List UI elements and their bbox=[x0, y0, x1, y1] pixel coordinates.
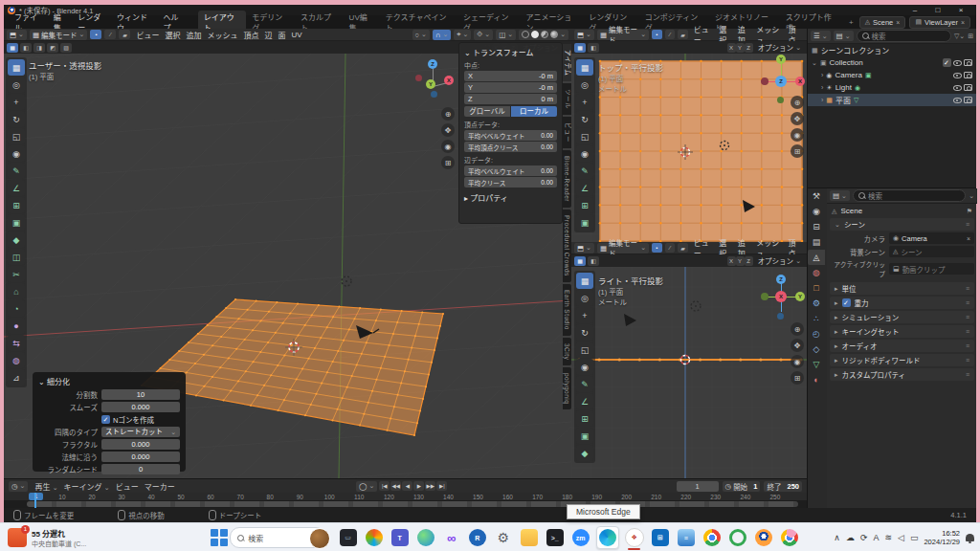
tray-chevron-up-icon[interactable]: ∧ bbox=[834, 533, 840, 542]
editor-type-button-right[interactable]: ⬒⌄ bbox=[574, 243, 594, 253]
vertex-select-toggle[interactable]: • bbox=[90, 30, 101, 39]
tool-poly-build[interactable]: ⌂ bbox=[8, 283, 25, 299]
tool-variant-3[interactable]: ◩ bbox=[47, 43, 58, 53]
mirror-Y-toggle[interactable]: Y bbox=[736, 43, 745, 53]
outliner-display-mode[interactable]: ▤⌄ bbox=[834, 31, 854, 41]
taskbar-widget[interactable]: 55 分遅れ中央自動車道 (C... bbox=[0, 528, 94, 548]
vertex-select-toggle-right[interactable]: • bbox=[652, 243, 662, 253]
gizmo-neg-x-axis[interactable] bbox=[415, 75, 422, 81]
properties-editor-button[interactable]: ▤⌄ bbox=[830, 190, 850, 201]
taskbar-icon-chrome-2[interactable] bbox=[779, 527, 800, 548]
viewport-menu-追加[interactable]: 追加 bbox=[183, 30, 204, 40]
median-X-field[interactable]: X-0 m bbox=[464, 71, 557, 81]
tool-rip-region[interactable]: ⊿ bbox=[8, 369, 25, 386]
camera-view-icon[interactable]: ◉ bbox=[441, 140, 455, 153]
active-tool-tweak[interactable]: ▦ bbox=[7, 43, 18, 53]
playback-play-button[interactable]: ▶ bbox=[413, 481, 424, 491]
tool-extrude[interactable]: ⊞ bbox=[576, 410, 593, 427]
panel-カスタムプロパティ[interactable]: ▸カスタムプロパティ≡ bbox=[830, 368, 974, 381]
gizmo-x-axis[interactable]: X bbox=[444, 76, 454, 85]
median-Y-field[interactable]: Y-0 m bbox=[464, 82, 557, 93]
mirror-X-toggle[interactable]: X bbox=[727, 256, 736, 266]
active-clip-field[interactable]: ⬓動画クリップ bbox=[889, 263, 974, 275]
tool-scale[interactable]: ◱ bbox=[8, 128, 25, 144]
viewport-menu-メッシュ[interactable]: メッシュ bbox=[204, 30, 240, 40]
gizmo-right-z[interactable]: Z bbox=[776, 275, 786, 284]
hide-eye-icon[interactable] bbox=[953, 60, 962, 66]
pan-hand-icon[interactable]: ✥ bbox=[441, 123, 455, 137]
zoom-icon[interactable]: ⊕ bbox=[441, 107, 455, 121]
taskbar-icon-notepad[interactable]: ≡ bbox=[676, 527, 697, 548]
timeline-editor-button[interactable]: ◷⌄ bbox=[9, 481, 28, 492]
collection-checkbox[interactable]: ✓ bbox=[943, 58, 951, 67]
operator-panel-title[interactable]: ⌄ 細分化 bbox=[38, 376, 180, 386]
sidebar-tab-Earth Studio[interactable]: Earth Studio bbox=[563, 284, 571, 336]
outliner-search-input[interactable]: 検索 bbox=[857, 30, 951, 42]
mirror-Z-toggle[interactable]: Z bbox=[745, 256, 753, 266]
end-frame-field[interactable]: 終了 250 bbox=[764, 481, 802, 492]
taskbar-icon-blender[interactable] bbox=[753, 527, 774, 548]
operator-field-フラクタル[interactable]: 0.000 bbox=[101, 439, 180, 450]
properties-tab-world[interactable]: ◍ bbox=[808, 265, 825, 280]
viewport-menu-選択[interactable]: 選択 bbox=[162, 30, 183, 40]
outliner-row-Camera[interactable]: ›◉Camera▣ bbox=[808, 69, 976, 81]
timeline-scrollbar[interactable] bbox=[4, 500, 807, 508]
zoom-icon-top[interactable]: ⊕ bbox=[791, 96, 804, 109]
tool-measure[interactable]: ∠ bbox=[576, 393, 593, 409]
face-select-toggle[interactable]: ▰ bbox=[119, 30, 130, 39]
tool-transform[interactable]: ◉ bbox=[8, 145, 25, 162]
wireframe-shading-icon[interactable] bbox=[522, 31, 529, 38]
properties-tab-material[interactable]: ◐ bbox=[808, 372, 825, 387]
vertex-data-field[interactable]: 平均ベベルウェイト0.00 bbox=[464, 130, 557, 141]
gizmo-y-axis[interactable]: Y bbox=[426, 79, 435, 89]
tool-annotate[interactable]: ✎ bbox=[576, 376, 593, 392]
taskbar-icon-r-app[interactable]: R bbox=[467, 527, 488, 548]
panel-重力[interactable]: ▸✓重力≡ bbox=[830, 297, 974, 309]
sidebar-tab-3City[interactable]: 3City bbox=[563, 338, 571, 365]
gizmo-right-neg-z[interactable] bbox=[777, 313, 784, 320]
properties-search-input[interactable]: 検索 bbox=[853, 189, 966, 202]
scene-panel-header[interactable]: ⌄シーン≡ bbox=[830, 218, 974, 231]
operator-field-分割数[interactable]: 10 bbox=[101, 389, 180, 400]
taskbar-icon-snip[interactable]: ❖ bbox=[624, 527, 645, 548]
tool-measure[interactable]: ∠ bbox=[576, 180, 593, 196]
solid-shading-icon[interactable] bbox=[531, 31, 539, 38]
tool-move[interactable]: + bbox=[8, 94, 25, 110]
clear-x-icon[interactable]: × bbox=[967, 235, 970, 242]
playhead-line[interactable] bbox=[34, 493, 36, 508]
taskbar-icon-teams[interactable]: T bbox=[390, 527, 411, 548]
start-frame-field[interactable]: ◷ 開始 1 bbox=[723, 481, 761, 492]
taskbar-icon-store[interactable]: ⊞ bbox=[650, 527, 671, 548]
local-button[interactable]: ローカル bbox=[511, 106, 557, 117]
tray-sync-icon[interactable]: ⟳ bbox=[860, 533, 868, 542]
properties-tab-output[interactable]: ⊟ bbox=[808, 219, 825, 234]
sidebar-tab-Biome-Reader[interactable]: Biome-Reader bbox=[563, 150, 571, 208]
gizmo-z-axis[interactable]: Z bbox=[428, 59, 437, 69]
gizmo-button[interactable]: ⟐⌄ bbox=[474, 30, 493, 40]
tool-annotate[interactable]: ✎ bbox=[576, 163, 593, 179]
options-dropdown-right[interactable]: オプション⌄ bbox=[755, 255, 804, 266]
edge-select-toggle-top[interactable]: ∕ bbox=[665, 30, 676, 39]
properties-tab-particles[interactable]: ∴ bbox=[808, 311, 825, 326]
tool-rotate[interactable]: ↻ bbox=[576, 324, 593, 341]
timeline-menu-マーカー[interactable]: マーカー bbox=[142, 481, 178, 492]
tool-variant-1[interactable]: ◧ bbox=[20, 43, 32, 53]
tool-rotate[interactable]: ↻ bbox=[576, 111, 593, 127]
ortho-grid-icon[interactable]: ⊞ bbox=[441, 156, 455, 169]
taskbar-clock[interactable]: 16:522024/12/29 bbox=[924, 529, 960, 547]
properties-filter-icon[interactable]: ⌄ bbox=[969, 192, 974, 200]
properties-collapsed-panel[interactable]: ▸ プロパティ bbox=[464, 192, 557, 203]
shading-cluster[interactable]: ⌄ bbox=[519, 30, 568, 40]
tool-knife[interactable]: ✂ bbox=[8, 266, 25, 282]
pan-hand-icon-right[interactable]: ✥ bbox=[791, 339, 804, 352]
sidebar-tab-Procedural Crowds[interactable]: Procedural Crowds bbox=[563, 209, 571, 282]
playback-prev-key-button[interactable]: ◀◀ bbox=[390, 481, 401, 491]
median-Z-field[interactable]: Z0 m bbox=[464, 94, 557, 104]
operator-field-スムーズ[interactable]: 0.000 bbox=[101, 402, 180, 412]
viewlayer-selector[interactable]: ▤ViewLayer× bbox=[909, 16, 970, 29]
tool-move[interactable]: + bbox=[576, 94, 593, 110]
tool-scale[interactable]: ◱ bbox=[576, 128, 593, 144]
hide-eye-icon[interactable] bbox=[953, 98, 962, 103]
hide-eye-icon[interactable] bbox=[953, 73, 962, 78]
timeline-menu-ビュー[interactable]: ビュー bbox=[113, 481, 142, 492]
